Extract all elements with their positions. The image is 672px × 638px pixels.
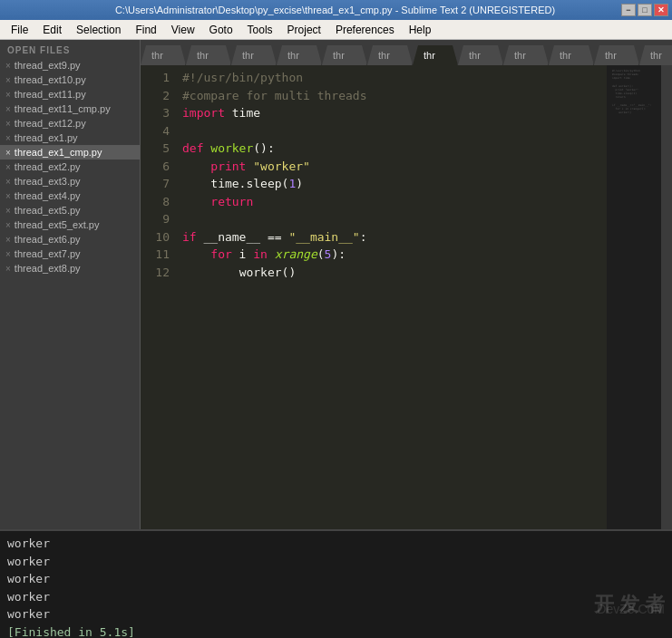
menu-bar: FileEditSelectionFindViewGotoToolsProjec… [0,20,672,40]
menu-item-edit[interactable]: Edit [35,22,69,38]
main-layout: OPEN FILES ×thread_ext9.py×thread_ext10.… [0,40,672,529]
code-area[interactable]: 123456789101112 #!/usr/bin/python#compar… [141,65,672,529]
editor-tab[interactable]: thr [141,45,186,65]
file-close-icon[interactable]: × [5,206,11,216]
sidebar-file[interactable]: ×thread_ext9.py [0,58,140,72]
title-text: C:\Users\Administrator\Desktop\py_excise… [115,5,555,15]
line-number: 10 [146,228,170,246]
file-close-icon[interactable]: × [5,90,11,100]
minimap-content: #!/usr/bin/python #compare threads impor… [612,69,657,114]
editor-tab[interactable]: thr [186,45,231,65]
menu-item-help[interactable]: Help [402,22,439,38]
code-line: print "worker" [182,158,599,176]
file-close-icon[interactable]: × [5,133,11,143]
code-line [182,210,599,228]
file-close-icon[interactable]: × [5,220,11,230]
code-line: time.sleep(1) [182,175,599,193]
line-number: 2 [146,87,170,105]
sidebar-file[interactable]: ×thread_ext2.py [0,160,140,174]
sidebar-file[interactable]: ×thread_ext8.py [0,261,140,276]
tabs-bar: thrthrthrthrthrthrthrthrthrthrthrthrthrt… [141,40,672,65]
editor-tab[interactable]: thr [367,45,413,65]
code-line: worker() [182,264,599,282]
sidebar-files: ×thread_ext9.py×thread_ext10.py×thread_e… [0,58,140,276]
editor-tab[interactable]: thr [277,45,322,65]
sidebar-file[interactable]: ×thread_ext3.py [0,174,140,188]
sidebar-file[interactable]: ×thread_ext12.py [0,116,140,130]
minimap: #!/usr/bin/python #compare threads impor… [607,65,661,529]
sidebar-file[interactable]: ×thread_ext5.py [0,203,140,218]
line-number: 5 [146,140,170,158]
console-output-line: worker [7,588,665,606]
menu-item-preferences[interactable]: Preferences [328,22,402,38]
menu-item-file[interactable]: File [4,22,35,38]
title-bar: C:\Users\Administrator\Desktop\py_excise… [0,0,672,20]
file-close-icon[interactable]: × [5,119,11,129]
file-close-icon[interactable]: × [5,75,11,85]
code-line [182,122,599,140]
line-number: 3 [146,104,170,122]
window-controls: − □ ✕ [621,4,668,16]
editor-tab[interactable]: thr [231,45,277,65]
editor-tab[interactable]: thr [458,45,503,65]
minimize-button[interactable]: − [621,4,636,16]
editor-tab[interactable]: thr [549,45,594,65]
menu-item-find[interactable]: Find [128,22,163,38]
scrollbar[interactable] [661,65,672,529]
code-line: for i in xrange(5): [182,246,599,264]
editor-tab[interactable]: thr [594,45,639,65]
file-close-icon[interactable]: × [5,191,11,201]
code-content[interactable]: #!/usr/bin/python#compare for multi thre… [175,65,607,529]
line-number: 9 [146,210,170,228]
sidebar-file[interactable]: ×thread_ext5_ext.py [0,218,140,232]
file-close-icon[interactable]: × [5,61,11,71]
file-close-icon[interactable]: × [5,177,11,187]
sidebar: OPEN FILES ×thread_ext9.py×thread_ext10.… [0,40,141,529]
sidebar-file[interactable]: ×thread_ext4.py [0,188,140,203]
menu-item-selection[interactable]: Selection [69,22,128,38]
console-output-line: worker [7,570,665,588]
code-line: #compare for multi threads [182,87,599,105]
file-close-icon[interactable]: × [5,249,11,259]
line-number: 11 [146,246,170,264]
sidebar-file[interactable]: ×thread_ext6.py [0,232,140,246]
editor-tab[interactable]: thr [503,45,549,65]
file-close-icon[interactable]: × [5,104,11,114]
sidebar-file[interactable]: ×thread_ex1.py [0,130,140,145]
line-number: 7 [146,175,170,193]
editor-tab[interactable]: thr [413,45,458,65]
console-output-line: worker [7,535,665,553]
sidebar-file[interactable]: ×thread_ext11.py [0,87,140,102]
sidebar-file[interactable]: ×thread_ext11_cmp.py [0,102,140,116]
sidebar-file[interactable]: ×thread_ext10.py [0,72,140,87]
editor-tab[interactable]: thr [639,45,672,65]
line-number: 6 [146,158,170,176]
line-number: 1 [146,69,170,87]
sidebar-file[interactable]: ×thread_ex1_cmp.py [0,145,140,160]
editor-tab[interactable]: thr [322,45,367,65]
console-area: workerworkerworkerworkerworker[Finished … [0,529,672,638]
menu-item-goto[interactable]: Goto [202,22,240,38]
code-line: import time [182,104,599,122]
menu-item-project[interactable]: Project [280,22,328,38]
code-line: return [182,193,599,211]
code-line: def worker(): [182,140,599,158]
file-close-icon[interactable]: × [5,162,11,172]
file-close-icon[interactable]: × [5,235,11,245]
line-number: 8 [146,193,170,211]
console-finished-line: [Finished in 5.1s] [7,624,665,639]
code-line: #!/usr/bin/python [182,69,599,87]
console-output-line: worker [7,605,665,624]
close-button[interactable]: ✕ [654,4,668,16]
file-close-icon[interactable]: × [5,148,11,158]
line-number: 12 [146,264,170,282]
maximize-button[interactable]: □ [638,4,652,16]
menu-item-view[interactable]: View [164,22,202,38]
sidebar-file[interactable]: ×thread_ext7.py [0,246,140,261]
menu-item-tools[interactable]: Tools [240,22,280,38]
console-output-line: worker [7,553,665,571]
file-close-icon[interactable]: × [5,264,11,274]
sidebar-header: OPEN FILES [0,40,140,58]
editor-area: thrthrthrthrthrthrthrthrthrthrthrthrthrt… [141,40,672,529]
code-line: if __name__ == "__main__": [182,228,599,246]
